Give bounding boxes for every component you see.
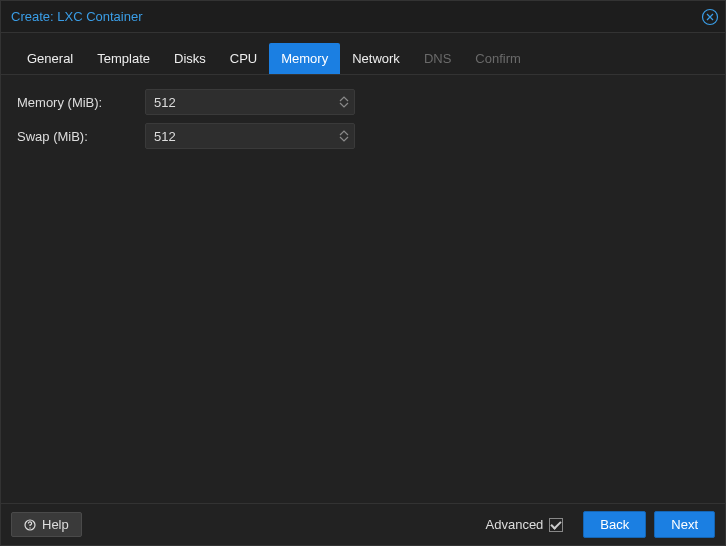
help-label: Help — [42, 517, 69, 532]
memory-row: Memory (MiB): — [17, 89, 709, 115]
tab-content: Memory (MiB): Swap (MiB): — [1, 75, 725, 503]
close-icon — [701, 8, 719, 26]
footer: Help Advanced Back Next — [1, 503, 725, 545]
help-icon — [24, 519, 36, 531]
tab-disks[interactable]: Disks — [162, 43, 218, 74]
memory-input[interactable] — [145, 89, 355, 115]
chevron-down-icon — [339, 102, 349, 108]
tab-confirm: Confirm — [463, 43, 533, 74]
dialog-window: Create: LXC Container General Template D… — [0, 0, 726, 546]
svg-point-2 — [29, 527, 30, 528]
memory-input-wrap — [145, 89, 355, 115]
tab-bar: General Template Disks CPU Memory Networ… — [1, 33, 725, 75]
next-button[interactable]: Next — [654, 511, 715, 538]
advanced-label: Advanced — [486, 517, 544, 532]
chevron-down-icon — [339, 136, 349, 142]
back-button[interactable]: Back — [583, 511, 646, 538]
swap-spinner[interactable] — [339, 130, 349, 142]
help-button[interactable]: Help — [11, 512, 82, 537]
close-button[interactable] — [701, 8, 719, 26]
tab-cpu[interactable]: CPU — [218, 43, 269, 74]
tab-general[interactable]: General — [15, 43, 85, 74]
swap-input[interactable] — [145, 123, 355, 149]
tab-memory[interactable]: Memory — [269, 43, 340, 74]
tab-dns: DNS — [412, 43, 463, 74]
advanced-toggle[interactable]: Advanced — [486, 517, 564, 532]
dialog-title: Create: LXC Container — [11, 9, 143, 24]
tab-network[interactable]: Network — [340, 43, 412, 74]
memory-spinner[interactable] — [339, 96, 349, 108]
advanced-checkbox[interactable] — [549, 518, 563, 532]
swap-label: Swap (MiB): — [17, 129, 145, 144]
swap-row: Swap (MiB): — [17, 123, 709, 149]
titlebar: Create: LXC Container — [1, 1, 725, 33]
swap-input-wrap — [145, 123, 355, 149]
tab-template[interactable]: Template — [85, 43, 162, 74]
memory-label: Memory (MiB): — [17, 95, 145, 110]
